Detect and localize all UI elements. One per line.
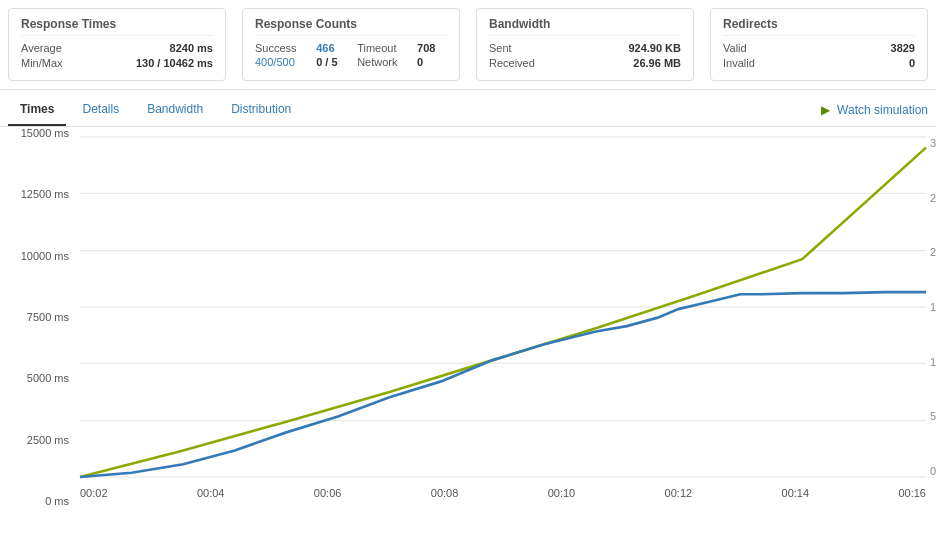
x-label-1: 00:04 — [197, 487, 225, 499]
tab-bandwidth[interactable]: Bandwidth — [135, 94, 215, 126]
x-label-0: 00:02 — [80, 487, 108, 499]
y-left-label-6: 0 ms — [45, 495, 69, 507]
response-counts-card: Response Counts Success 466 Timeout 708 … — [242, 8, 460, 81]
success-label: Success — [255, 42, 308, 54]
tab-times[interactable]: Times — [8, 94, 66, 126]
network-label: Network — [357, 56, 409, 68]
chart-container: 15000 ms 12500 ms 10000 ms 7500 ms 5000 … — [0, 127, 936, 507]
y-right-label-0: 3000 — [930, 137, 936, 149]
y-right-label-5: 500 — [930, 410, 936, 422]
y-left-label-0: 15000 ms — [21, 127, 69, 139]
received-value: 26.96 MB — [633, 57, 681, 69]
sent-label: Sent — [489, 42, 512, 54]
timeout-label: Timeout — [357, 42, 409, 54]
tab-distribution[interactable]: Distribution — [219, 94, 303, 126]
y-left-label-1: 12500 ms — [21, 188, 69, 200]
x-label-3: 00:08 — [431, 487, 459, 499]
y-left-label-2: 10000 ms — [21, 250, 69, 262]
invalid-label: Invalid — [723, 57, 755, 69]
valid-value: 3829 — [891, 42, 915, 54]
x-axis: 00:02 00:04 00:06 00:08 00:10 00:12 00:1… — [80, 487, 926, 499]
stats-bar: Response Times Average 8240 ms Min/Max 1… — [0, 0, 936, 90]
minmax-label: Min/Max — [21, 57, 63, 69]
redirects-title: Redirects — [723, 17, 915, 36]
bandwidth-card: Bandwidth Sent 924.90 KB Received 26.96 … — [476, 8, 694, 81]
y-right-label-6: 0 — [930, 465, 936, 477]
success-value: 466 — [316, 42, 349, 54]
invalid-value: 0 — [909, 57, 915, 69]
y-left-label-4: 5000 ms — [27, 372, 69, 384]
timeout-value: 708 — [417, 42, 447, 54]
watch-simulation-button[interactable]: ▶ Watch simulation — [821, 103, 928, 117]
response-times-card: Response Times Average 8240 ms Min/Max 1… — [8, 8, 226, 81]
chart-area: 00:02 00:04 00:06 00:08 00:10 00:12 00:1… — [80, 137, 926, 477]
x-label-4: 00:10 — [548, 487, 576, 499]
tabs-container: Times Details Bandwidth Distribution ▶ W… — [0, 94, 936, 127]
x-label-5: 00:12 — [665, 487, 693, 499]
chart-svg — [80, 137, 926, 477]
blue-line — [80, 292, 926, 477]
y-axis-right: 3000 2500 2000 1500 1000 500 0 — [926, 137, 936, 477]
response-times-title: Response Times — [21, 17, 213, 36]
y-axis-left: 15000 ms 12500 ms 10000 ms 7500 ms 5000 … — [0, 127, 75, 507]
average-label: Average — [21, 42, 62, 54]
status400-value: 0 / 5 — [316, 56, 349, 68]
tab-details[interactable]: Details — [70, 94, 131, 126]
valid-label: Valid — [723, 42, 747, 54]
status400-label: 400/500 — [255, 56, 308, 68]
y-right-label-3: 1500 — [930, 301, 936, 313]
bandwidth-title: Bandwidth — [489, 17, 681, 36]
x-label-2: 00:06 — [314, 487, 342, 499]
y-left-label-3: 7500 ms — [27, 311, 69, 323]
received-label: Received — [489, 57, 535, 69]
sent-value: 924.90 KB — [628, 42, 681, 54]
average-value: 8240 ms — [170, 42, 213, 54]
y-right-label-4: 1000 — [930, 356, 936, 368]
play-icon: ▶ — [821, 103, 830, 117]
green-line — [80, 148, 926, 477]
x-label-6: 00:14 — [782, 487, 810, 499]
y-right-label-1: 2500 — [930, 192, 936, 204]
y-right-label-2: 2000 — [930, 246, 936, 258]
minmax-value: 130 / 10462 ms — [136, 57, 213, 69]
response-counts-title: Response Counts — [255, 17, 447, 36]
network-value: 0 — [417, 56, 447, 68]
y-left-label-5: 2500 ms — [27, 434, 69, 446]
redirects-card: Redirects Valid 3829 Invalid 0 — [710, 8, 928, 81]
x-label-7: 00:16 — [898, 487, 926, 499]
